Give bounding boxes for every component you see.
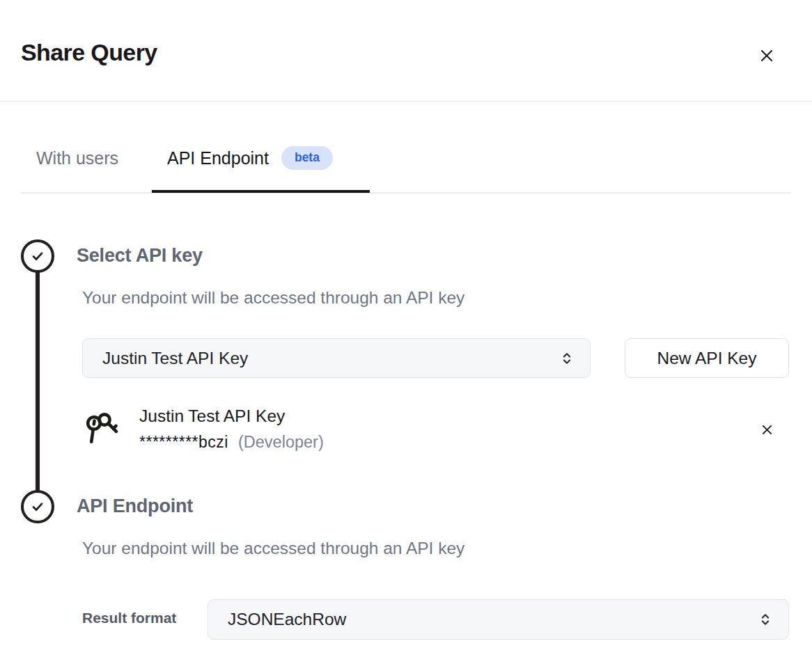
chevron-up-down-icon	[558, 349, 576, 367]
tab-api-endpoint[interactable]: API Endpoint beta	[167, 143, 333, 173]
page-title: Share Query	[21, 39, 157, 66]
tab-api-endpoint-label: API Endpoint	[167, 148, 269, 168]
new-api-key-button-label: New API Key	[657, 349, 757, 368]
step1-heading: Select API key	[77, 245, 203, 267]
keys-icon	[81, 406, 120, 452]
step2-status	[21, 490, 54, 523]
step1-status	[21, 239, 54, 273]
selected-key-role: (Developer)	[238, 433, 324, 452]
selected-key-name: Justin Test API Key	[139, 406, 285, 426]
api-key-select[interactable]: Justin Test API Key	[82, 338, 591, 378]
beta-badge: beta	[281, 146, 333, 170]
selected-key-masked-value: *********bczi	[139, 433, 228, 452]
result-format-select[interactable]: JSONEachRow	[208, 599, 789, 640]
chevron-up-down-icon	[756, 610, 774, 629]
check-circle-icon	[29, 247, 47, 265]
api-key-select-value: Justin Test API Key	[102, 349, 248, 368]
active-tab-underline	[152, 190, 370, 193]
x-icon	[760, 422, 774, 437]
tab-with-users-label: With users	[36, 148, 118, 168]
selected-key-details: *********bczi (Developer)	[139, 433, 324, 452]
close-icon	[758, 47, 776, 65]
header-divider	[0, 101, 812, 102]
close-button[interactable]	[754, 43, 779, 68]
step1-description: Your endpoint will be accessed through a…	[82, 288, 464, 308]
tabs-divider	[21, 192, 791, 193]
result-format-select-value: JSONEachRow	[228, 610, 346, 629]
share-query-modal: Share Query With users API Endpoint beta…	[0, 0, 812, 664]
result-format-label: Result format	[82, 610, 176, 626]
step2-heading: API Endpoint	[77, 496, 193, 517]
tab-with-users[interactable]: With users	[36, 143, 118, 173]
check-circle-icon	[29, 498, 47, 516]
new-api-key-button[interactable]: New API Key	[625, 338, 789, 378]
remove-key-button[interactable]	[756, 419, 777, 440]
stepper-connector-line	[36, 256, 40, 507]
step2-description: Your endpoint will be accessed through a…	[82, 539, 464, 558]
